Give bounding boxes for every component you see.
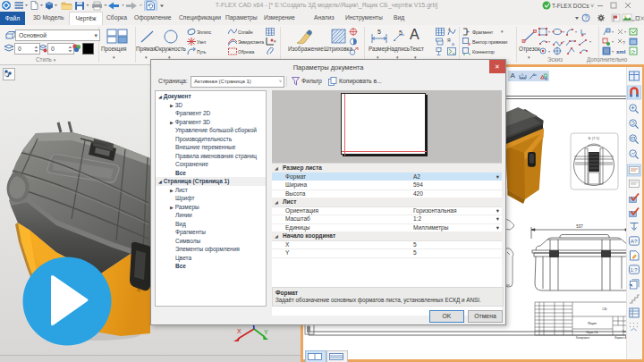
svg-text:▾: ▾ bbox=[612, 29, 614, 34]
svg-text:СБ: СБ bbox=[602, 307, 607, 311]
svg-text:▾: ▾ bbox=[624, 29, 626, 34]
svg-text:а: а bbox=[452, 41, 454, 46]
svg-text:537: 537 bbox=[576, 224, 583, 229]
svg-text:5: 5 bbox=[533, 72, 536, 77]
svg-text:Б (7:1): Б (7:1) bbox=[589, 136, 600, 140]
svg-text:▾: ▾ bbox=[548, 39, 550, 44]
svg-text:5: 5 bbox=[521, 72, 524, 77]
svg-text:Ящик СБ: Ящик СБ bbox=[586, 331, 597, 334]
svg-text:▾: ▾ bbox=[589, 39, 591, 44]
svg-text:⟳: ⟳ bbox=[631, 49, 636, 55]
svg-text:5: 5 bbox=[399, 29, 402, 36]
svg-text:▾: ▾ bbox=[612, 49, 614, 54]
svg-text:?: ? bbox=[584, 14, 588, 21]
svg-text:Я: Я bbox=[447, 38, 451, 43]
svg-text:▾: ▾ bbox=[548, 49, 550, 54]
svg-text:?: ? bbox=[623, 40, 625, 46]
svg-text:Копировал: Копировал bbox=[576, 336, 589, 340]
svg-text:Y: Y bbox=[264, 329, 268, 335]
svg-text:▾: ▾ bbox=[575, 29, 577, 34]
svg-text:1:?: 1:? bbox=[630, 267, 638, 273]
svg-text:▾: ▾ bbox=[548, 29, 550, 34]
svg-text:X: X bbox=[237, 328, 242, 334]
svg-text:▾: ▾ bbox=[563, 29, 564, 34]
svg-text:Ящик: Ящик bbox=[588, 321, 597, 325]
svg-text:xml: xml bbox=[616, 49, 626, 55]
svg-text:5: 5 bbox=[377, 29, 381, 35]
svg-text:4: 4 bbox=[448, 28, 451, 32]
svg-text:▾: ▾ bbox=[563, 39, 564, 44]
svg-text:A?: A? bbox=[631, 238, 638, 244]
svg-text:▾: ▾ bbox=[612, 39, 614, 44]
